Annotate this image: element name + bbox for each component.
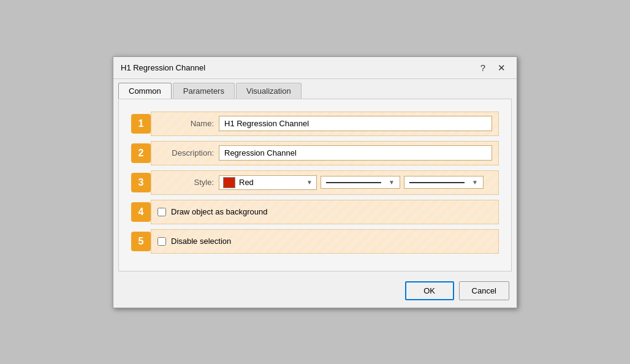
description-label: Description: xyxy=(158,148,219,157)
row-number-3: 3 xyxy=(131,173,151,192)
cancel-button[interactable]: Cancel xyxy=(459,281,509,300)
line-style-dropdown-2[interactable]: ▼ xyxy=(404,176,484,189)
name-input[interactable] xyxy=(219,116,492,131)
help-button[interactable]: ? xyxy=(477,62,489,74)
tab-bar: Common Parameters Visualization xyxy=(113,79,517,99)
disable-selection-checkbox[interactable] xyxy=(158,237,166,246)
tab-parameters[interactable]: Parameters xyxy=(173,83,235,99)
row-number-5: 5 xyxy=(131,232,151,251)
row-background: 4 Draw object as background xyxy=(131,200,499,224)
row-disable-selection: 5 Disable selection xyxy=(131,229,499,254)
line-preview-1 xyxy=(326,182,381,183)
dialog-buttons: OK Cancel xyxy=(113,276,517,308)
background-checkbox[interactable] xyxy=(158,208,166,216)
tab-content: 1 Name: 2 Description: 3 Style: xyxy=(118,99,512,271)
line-style-arrow-2: ▼ xyxy=(472,179,478,186)
row-content-name: Name: xyxy=(151,112,499,136)
row-content-description: Description: xyxy=(151,141,499,165)
row-content-disable-selection: Disable selection xyxy=(151,229,499,254)
line-style-arrow-1: ▼ xyxy=(389,179,395,186)
row-number-4: 4 xyxy=(131,202,151,222)
color-dropdown-arrow: ▼ xyxy=(306,179,313,186)
tab-visualization[interactable]: Visualization xyxy=(236,83,302,99)
close-button[interactable]: ✕ xyxy=(494,62,509,74)
ok-button[interactable]: OK xyxy=(405,281,454,300)
row-name: 1 Name: xyxy=(131,112,499,136)
dialog-title: H1 Regression Channel xyxy=(121,63,205,72)
style-label: Style: xyxy=(158,178,219,187)
title-bar: H1 Regression Channel ? ✕ xyxy=(113,57,517,79)
row-content-style: Style: Red ▼ ▼ ▼ xyxy=(151,170,499,195)
color-dropdown[interactable]: Red ▼ xyxy=(219,175,317,190)
title-bar-buttons: ? ✕ xyxy=(477,62,509,74)
description-input[interactable] xyxy=(219,145,492,161)
disable-selection-checkbox-row: Disable selection xyxy=(158,237,231,246)
row-style: 3 Style: Red ▼ ▼ xyxy=(131,170,499,195)
line-style-dropdown-1[interactable]: ▼ xyxy=(321,176,400,189)
disable-selection-label: Disable selection xyxy=(171,237,231,246)
name-label: Name: xyxy=(158,119,219,128)
line-preview-2 xyxy=(409,182,465,183)
row-number-2: 2 xyxy=(131,143,151,163)
color-swatch xyxy=(223,177,235,188)
tab-common[interactable]: Common xyxy=(118,83,172,99)
background-checkbox-row: Draw object as background xyxy=(158,207,268,216)
row-description: 2 Description: xyxy=(131,141,499,165)
row-number-1: 1 xyxy=(131,114,151,134)
row-content-background: Draw object as background xyxy=(151,200,499,224)
style-controls: Red ▼ ▼ ▼ xyxy=(219,175,484,190)
dialog: H1 Regression Channel ? ✕ Common Paramet… xyxy=(113,56,517,308)
color-name: Red xyxy=(239,178,303,187)
background-label: Draw object as background xyxy=(171,207,268,216)
